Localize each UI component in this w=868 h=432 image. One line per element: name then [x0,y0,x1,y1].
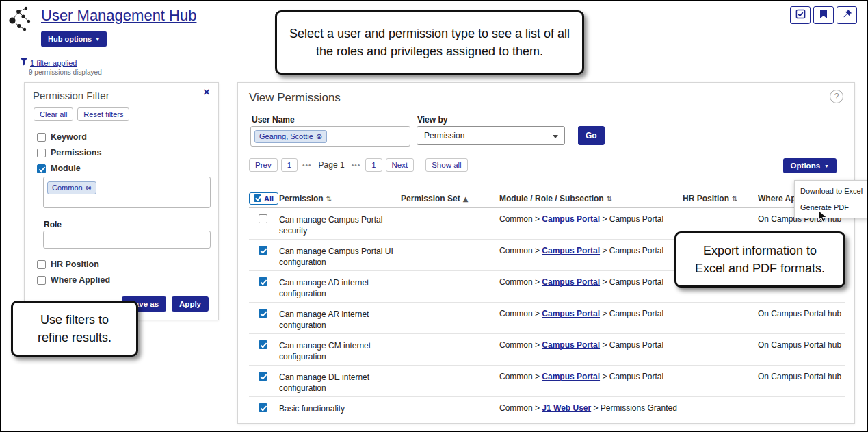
table-row: Can manage DE internet configuration Com… [249,366,845,397]
page-ellipsis[interactable]: ••• [301,162,313,169]
column-header[interactable]: Permission Set▲ [401,194,499,203]
view-by-select[interactable]: Permission [417,126,565,145]
callout-export: Export information to Excel and PDF form… [674,231,845,288]
module-prefix: Common > [499,309,542,318]
module-cell: Common > Campus Portal > Campus Portal [499,246,683,255]
hub-options-button[interactable]: Hub options ▼ [41,31,107,47]
app-logo [7,4,34,40]
permission-cell: Can manage Campus Portal UI configuratio… [279,246,401,268]
close-icon[interactable]: × [203,86,210,99]
checkbox[interactable] [37,260,46,269]
pin-button[interactable] [837,6,857,24]
user-name-input[interactable]: Gearing, Scottie ⊗ [250,126,410,147]
module-values-box[interactable]: Common ⊗ [43,177,211,208]
chevron-down-icon [553,135,558,138]
filter-checkbox-row[interactable]: Keyword [37,132,101,142]
row-checkbox[interactable] [259,403,267,412]
column-header[interactable]: Module / Role / Subsection⇅ [499,194,683,203]
checkbox-label: Module [51,164,81,173]
filter-checkbox-row[interactable]: HR Position [37,259,110,269]
module-prefix: Common > [499,214,542,224]
bookmark-button[interactable] [813,6,834,24]
module-link[interactable]: J1 Web User [542,403,591,413]
select-all-cell: All [249,192,279,205]
view-by-value: Permission [424,131,464,140]
filters-applied-link[interactable]: 1 filter applied [21,58,77,67]
last-page-button[interactable]: 1 [365,158,382,172]
table-row: Basic functionality Common > J1 Web User… [249,397,845,424]
column-header[interactable]: Permission⇅ [279,194,401,203]
row-checkbox[interactable] [259,309,267,318]
pagination: Prev 1 ••• Page 1 ••• 1 Next Show all [249,158,468,172]
module-link[interactable]: Campus Portal [542,214,600,224]
filter-checkbox-row[interactable]: Where Applied [37,275,110,285]
chip-remove-icon[interactable]: ⊗ [316,132,322,141]
row-checkbox[interactable] [259,214,267,223]
user-chip-label: Gearing, Scottie [259,132,313,140]
prev-page-button[interactable]: Prev [249,158,278,172]
tasks-button[interactable] [790,6,811,24]
table-row: Can manage CM internet configuration Com… [249,334,845,366]
checkbox[interactable] [37,164,46,173]
where-applied-cell: On Campus Portal hub [758,309,845,318]
module-prefix: Common > [499,372,542,381]
module-link[interactable]: Campus Portal [542,246,600,255]
module-suffix: > Campus Portal [600,246,663,255]
permission-cell: Can manage AR internet configuration [279,309,401,331]
help-icon[interactable]: ? [830,90,843,103]
reset-filters-button[interactable]: Reset filters [77,107,129,121]
chip-remove-icon[interactable]: ⊗ [86,183,92,192]
module-suffix: > Permissions Granted [591,403,677,413]
options-menu-item[interactable]: Download to Excel [795,183,867,199]
row-checkbox[interactable] [259,277,267,286]
checkbox[interactable] [37,149,46,157]
filter-checkbox-row[interactable]: Module [37,164,101,173]
module-cell: Common > J1 Web User > Permissions Grant… [499,403,683,413]
module-suffix: > Campus Portal [600,277,663,287]
filters-applied-label: 1 filter applied [30,59,77,67]
role-label: Role [44,220,62,229]
checkbox-label: Where Applied [51,275,110,285]
next-page-button[interactable]: Next [386,158,415,172]
tasks-icon [795,9,806,22]
module-cell: Common > Campus Portal > Campus Portal [499,309,683,318]
checkbox-label: Keyword [51,132,87,142]
show-all-button[interactable]: Show all [425,158,467,172]
module-prefix: Common > [499,340,542,350]
options-menu-item[interactable]: Generate PDF [795,199,867,216]
module-prefix: Common > [499,246,542,255]
current-page-label: Page 1 [317,160,347,170]
row-checkbox[interactable] [259,372,267,381]
apply-button[interactable]: Apply [172,296,209,312]
filter-checkbox-row[interactable]: Permissions [37,148,101,157]
module-prefix: Common > [499,403,542,413]
permission-cell: Can manage CM internet configuration [279,340,401,362]
options-label: Options [791,162,820,170]
module-link[interactable]: Campus Portal [542,372,600,381]
pin-icon [842,9,852,22]
module-suffix: > Campus Portal [600,309,663,318]
checkbox[interactable] [37,133,46,142]
sort-icon: ⇅ [326,195,332,203]
column-header[interactable]: HR Position⇅ [683,194,758,203]
module-link[interactable]: Campus Portal [542,309,600,318]
module-link[interactable]: Campus Portal [542,277,600,287]
go-button[interactable]: Go [578,126,605,145]
role-input[interactable] [43,231,211,249]
page-ellipsis[interactable]: ••• [350,162,363,169]
row-checkbox[interactable] [259,340,267,349]
options-button[interactable]: Options ▼ [783,158,837,173]
page-title[interactable]: User Management Hub [41,7,196,25]
first-page-button[interactable]: 1 [281,158,298,172]
sort-icon: ⇅ [732,195,737,203]
table-header-row: All Permission⇅Permission Set▲Module / R… [249,189,845,208]
row-checkbox[interactable] [259,246,267,255]
filter-icon [21,58,27,67]
callout-use-filters: Use filters to refine results. [11,301,138,357]
select-all-button[interactable]: All [249,192,278,205]
user-chip: Gearing, Scottie ⊗ [254,130,327,143]
clear-all-button[interactable]: Clear all [34,107,73,121]
module-link[interactable]: Campus Portal [542,340,600,350]
checkbox[interactable] [37,276,46,285]
view-by-label: View by [417,115,447,125]
